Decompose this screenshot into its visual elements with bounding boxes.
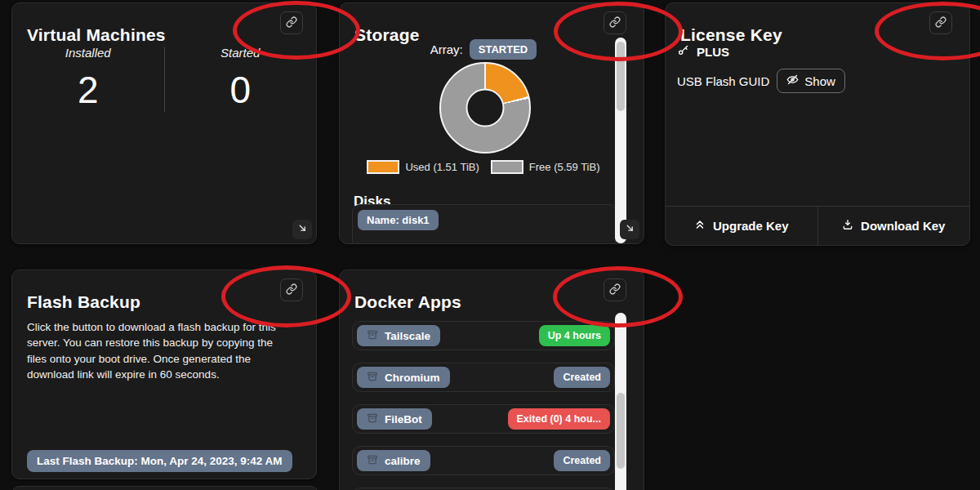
box-archive-icon xyxy=(367,371,378,385)
guid-label: USB Flash GUID xyxy=(677,74,769,88)
eye-slash-icon xyxy=(786,74,799,88)
free-legend-label: Free (5.59 TiB) xyxy=(529,161,600,173)
legend-item-free: Free (5.59 TiB) xyxy=(491,160,600,174)
box-archive-icon xyxy=(367,454,378,468)
docker-app-name-badge[interactable]: Tailscale xyxy=(357,325,440,346)
storage-link-button[interactable] xyxy=(604,11,626,34)
donut-hole xyxy=(466,89,505,127)
angles-up-icon xyxy=(694,219,706,233)
box-archive-icon xyxy=(367,412,378,426)
flash-link-button[interactable] xyxy=(280,278,303,301)
storage-scrollbar-thumb[interactable] xyxy=(617,42,625,111)
docker-app-name: calibre xyxy=(385,455,421,467)
license-tier-label: PLUS xyxy=(697,45,729,59)
docker-app-name-badge[interactable]: FileBot xyxy=(357,408,432,430)
docker-app-name: Tailscale xyxy=(385,330,430,342)
flash-backup-description: Click the button to download a flash bac… xyxy=(27,319,293,383)
key-icon xyxy=(677,44,689,59)
storage-chart-legend: Used (1.51 TiB) Free (5.59 TiB) xyxy=(340,160,627,174)
link-icon xyxy=(286,283,297,297)
docker-apps-list: Tailscale Up 4 hours Chromium Created Fi… xyxy=(352,321,615,490)
docker-app-row[interactable]: FileBot Exited (0) 4 hou... xyxy=(352,404,615,434)
vm-resize-handle[interactable] xyxy=(292,220,312,239)
show-button-label: Show xyxy=(804,74,835,88)
docker-app-status-badge: Created xyxy=(554,450,610,471)
vm-installed-stat: Installed 2 xyxy=(12,46,164,112)
docker-app-row[interactable]: Chromium Created xyxy=(352,363,615,392)
vm-link-button[interactable] xyxy=(280,11,303,34)
array-status-row: Array: STARTED xyxy=(340,39,627,60)
link-icon xyxy=(609,283,621,297)
upgrade-key-label: Upgrade Key xyxy=(713,219,789,233)
docker-app-status-badge: Exited (0) 4 hou... xyxy=(508,408,611,430)
link-icon xyxy=(935,16,947,30)
resize-arrow-icon xyxy=(625,222,635,237)
array-label: Array: xyxy=(430,42,463,56)
docker-apps-card: Docker Apps Tailscale Up 4 hours Chromiu… xyxy=(339,270,644,490)
flash-card-title: Flash Backup xyxy=(27,292,140,312)
license-footer: Upgrade Key Download Key xyxy=(666,206,969,245)
last-flash-backup-badge: Last Flash Backup: Mon, Apr 24, 2023, 9:… xyxy=(27,450,292,472)
vm-started-stat: Started 0 xyxy=(165,46,317,112)
storage-resize-handle[interactable] xyxy=(620,220,639,239)
vm-card-title: Virtual Machines xyxy=(27,25,166,45)
vm-started-label: Started xyxy=(165,46,317,60)
docker-scrollbar-thumb[interactable] xyxy=(617,393,625,469)
docker-app-name: FileBot xyxy=(385,413,422,425)
docker-card-title: Docker Apps xyxy=(354,292,461,312)
license-key-card: License Key PLUS USB Flash GUID Show Upg… xyxy=(665,2,970,246)
docker-app-name: Chromium xyxy=(385,372,440,384)
used-swatch xyxy=(367,160,399,174)
storage-scrollbar[interactable] xyxy=(615,38,626,243)
docker-app-status-badge: Up 4 hours xyxy=(539,325,610,346)
docker-link-button[interactable] xyxy=(604,278,626,301)
docker-scrollbar[interactable] xyxy=(615,313,626,490)
download-key-label: Download Key xyxy=(861,219,945,233)
docker-app-name-badge[interactable]: calibre xyxy=(357,450,430,471)
box-archive-icon xyxy=(367,329,378,343)
docker-app-status-badge: Created xyxy=(554,367,610,388)
license-tier-row: PLUS xyxy=(677,44,729,59)
license-guid-row: USB Flash GUID Show xyxy=(677,69,845,93)
license-card-title: License Key xyxy=(680,25,782,45)
license-link-button[interactable] xyxy=(929,11,952,34)
vm-installed-label: Installed xyxy=(12,46,164,60)
storage-card: Storage Array: STARTED Used (1.51 TiB) F… xyxy=(339,2,644,244)
vm-started-value: 0 xyxy=(165,68,317,112)
docker-app-row[interactable]: Tailscale Up 4 hours xyxy=(352,321,615,350)
show-guid-button[interactable]: Show xyxy=(777,69,845,93)
docker-app-name-badge[interactable]: Chromium xyxy=(357,367,450,388)
resize-arrow-icon xyxy=(297,222,308,237)
vm-installed-value: 2 xyxy=(12,68,164,112)
vm-stats: Installed 2 Started 0 xyxy=(12,46,316,112)
legend-item-used: Used (1.51 TiB) xyxy=(367,160,479,174)
upgrade-key-button[interactable]: Upgrade Key xyxy=(666,207,817,245)
download-icon xyxy=(842,219,853,233)
flash-backup-card: Flash Backup Click the button to downloa… xyxy=(11,270,317,479)
partial-card-below xyxy=(11,486,318,490)
used-legend-label: Used (1.51 TiB) xyxy=(405,161,479,173)
free-swatch xyxy=(491,160,523,174)
disk-row[interactable]: Name: disk1 xyxy=(352,204,617,244)
download-key-button[interactable]: Download Key xyxy=(817,207,970,245)
docker-app-row[interactable]: calibre Created xyxy=(352,446,615,475)
array-status-badge: STARTED xyxy=(470,39,537,60)
disk-name-badge: Name: disk1 xyxy=(358,210,439,230)
storage-usage-donut-chart xyxy=(439,62,531,154)
link-icon xyxy=(286,16,297,30)
virtual-machines-card: Virtual Machines Installed 2 Started 0 xyxy=(11,2,317,244)
link-icon xyxy=(609,16,621,30)
